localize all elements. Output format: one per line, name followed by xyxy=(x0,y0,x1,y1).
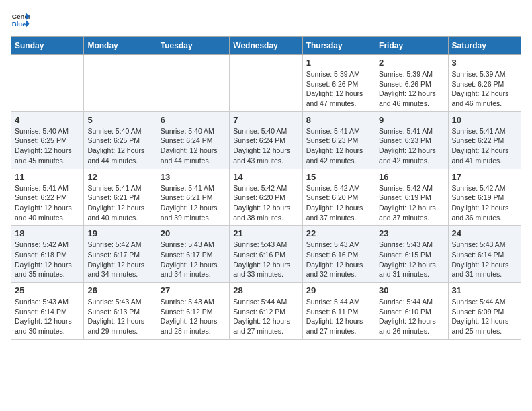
day-number: 2 xyxy=(379,58,444,68)
day-number: 23 xyxy=(379,228,444,238)
day-number: 20 xyxy=(161,228,226,238)
day-number: 9 xyxy=(379,115,444,125)
calendar-cell: 26Sunrise: 5:43 AM Sunset: 6:13 PM Dayli… xyxy=(84,283,157,340)
calendar-cell: 1Sunrise: 5:39 AM Sunset: 6:26 PM Daylig… xyxy=(302,55,375,112)
day-info: Sunrise: 5:40 AM Sunset: 6:24 PM Dayligh… xyxy=(161,126,226,166)
day-number: 29 xyxy=(306,285,371,295)
calendar-cell: 28Sunrise: 5:44 AM Sunset: 6:12 PM Dayli… xyxy=(230,283,302,340)
calendar-cell: 25Sunrise: 5:43 AM Sunset: 6:14 PM Dayli… xyxy=(11,283,84,340)
header-day-wednesday: Wednesday xyxy=(230,37,302,55)
day-info: Sunrise: 5:41 AM Sunset: 6:21 PM Dayligh… xyxy=(161,183,226,223)
calendar-cell: 27Sunrise: 5:43 AM Sunset: 6:12 PM Dayli… xyxy=(157,283,229,340)
day-number: 3 xyxy=(452,58,517,68)
calendar-cell xyxy=(84,55,157,112)
calendar-cell: 3Sunrise: 5:39 AM Sunset: 6:26 PM Daylig… xyxy=(448,55,521,112)
day-info: Sunrise: 5:42 AM Sunset: 6:19 PM Dayligh… xyxy=(452,183,517,223)
calendar-week-row: 1Sunrise: 5:39 AM Sunset: 6:26 PM Daylig… xyxy=(11,55,521,112)
day-number: 21 xyxy=(233,228,298,238)
calendar-cell: 21Sunrise: 5:43 AM Sunset: 6:16 PM Dayli… xyxy=(230,226,302,283)
day-info: Sunrise: 5:41 AM Sunset: 6:21 PM Dayligh… xyxy=(87,183,152,223)
header-day-thursday: Thursday xyxy=(302,37,375,55)
svg-text:Blue: Blue xyxy=(12,20,26,28)
calendar-cell xyxy=(11,55,84,112)
day-number: 28 xyxy=(233,285,298,295)
day-number: 12 xyxy=(87,172,152,182)
calendar-cell xyxy=(157,55,229,112)
day-number: 7 xyxy=(233,115,298,125)
day-number: 31 xyxy=(452,285,517,295)
day-number: 25 xyxy=(15,285,80,295)
calendar-cell: 6Sunrise: 5:40 AM Sunset: 6:24 PM Daylig… xyxy=(157,111,229,169)
calendar-week-row: 18Sunrise: 5:42 AM Sunset: 6:18 PM Dayli… xyxy=(11,226,521,283)
day-info: Sunrise: 5:42 AM Sunset: 6:20 PM Dayligh… xyxy=(306,183,371,223)
header-day-saturday: Saturday xyxy=(448,37,521,55)
calendar-cell: 8Sunrise: 5:41 AM Sunset: 6:23 PM Daylig… xyxy=(302,111,375,169)
header-day-friday: Friday xyxy=(375,37,448,55)
page-header: General Blue xyxy=(11,11,521,30)
day-number: 17 xyxy=(452,172,517,182)
calendar-cell: 15Sunrise: 5:42 AM Sunset: 6:20 PM Dayli… xyxy=(302,169,375,226)
day-number: 13 xyxy=(161,172,226,182)
day-number: 5 xyxy=(87,115,152,125)
header-day-monday: Monday xyxy=(84,37,157,55)
day-info: Sunrise: 5:44 AM Sunset: 6:11 PM Dayligh… xyxy=(306,297,371,336)
calendar-cell: 18Sunrise: 5:42 AM Sunset: 6:18 PM Dayli… xyxy=(11,226,84,283)
day-info: Sunrise: 5:40 AM Sunset: 6:24 PM Dayligh… xyxy=(233,126,298,166)
calendar-cell: 19Sunrise: 5:42 AM Sunset: 6:17 PM Dayli… xyxy=(84,226,157,283)
calendar-cell: 5Sunrise: 5:40 AM Sunset: 6:25 PM Daylig… xyxy=(84,111,157,169)
calendar-header-row: SundayMondayTuesdayWednesdayThursdayFrid… xyxy=(11,37,521,55)
day-number: 16 xyxy=(379,172,444,182)
calendar-cell: 30Sunrise: 5:44 AM Sunset: 6:10 PM Dayli… xyxy=(375,283,448,340)
calendar-cell: 2Sunrise: 5:39 AM Sunset: 6:26 PM Daylig… xyxy=(375,55,448,112)
day-info: Sunrise: 5:41 AM Sunset: 6:23 PM Dayligh… xyxy=(379,126,444,166)
calendar-cell: 9Sunrise: 5:41 AM Sunset: 6:23 PM Daylig… xyxy=(375,111,448,169)
logo: General Blue xyxy=(11,11,32,30)
day-number: 24 xyxy=(452,228,517,238)
header-day-sunday: Sunday xyxy=(11,37,84,55)
day-number: 4 xyxy=(15,115,80,125)
calendar-cell: 29Sunrise: 5:44 AM Sunset: 6:11 PM Dayli… xyxy=(302,283,375,340)
day-info: Sunrise: 5:42 AM Sunset: 6:17 PM Dayligh… xyxy=(87,240,152,279)
day-info: Sunrise: 5:43 AM Sunset: 6:14 PM Dayligh… xyxy=(15,297,80,336)
calendar-week-row: 25Sunrise: 5:43 AM Sunset: 6:14 PM Dayli… xyxy=(11,283,521,340)
logo-icon: General Blue xyxy=(11,11,30,30)
day-info: Sunrise: 5:43 AM Sunset: 6:16 PM Dayligh… xyxy=(306,240,371,279)
calendar-week-row: 4Sunrise: 5:40 AM Sunset: 6:25 PM Daylig… xyxy=(11,111,521,169)
day-info: Sunrise: 5:42 AM Sunset: 6:18 PM Dayligh… xyxy=(15,240,80,279)
calendar-cell: 17Sunrise: 5:42 AM Sunset: 6:19 PM Dayli… xyxy=(448,169,521,226)
calendar-cell: 24Sunrise: 5:43 AM Sunset: 6:14 PM Dayli… xyxy=(448,226,521,283)
calendar-week-row: 11Sunrise: 5:41 AM Sunset: 6:22 PM Dayli… xyxy=(11,169,521,226)
calendar-cell: 13Sunrise: 5:41 AM Sunset: 6:21 PM Dayli… xyxy=(157,169,229,226)
calendar-cell: 11Sunrise: 5:41 AM Sunset: 6:22 PM Dayli… xyxy=(11,169,84,226)
calendar-cell: 14Sunrise: 5:42 AM Sunset: 6:20 PM Dayli… xyxy=(230,169,302,226)
calendar-cell: 22Sunrise: 5:43 AM Sunset: 6:16 PM Dayli… xyxy=(302,226,375,283)
day-info: Sunrise: 5:43 AM Sunset: 6:12 PM Dayligh… xyxy=(161,297,226,336)
calendar-cell: 31Sunrise: 5:44 AM Sunset: 6:09 PM Dayli… xyxy=(448,283,521,340)
day-info: Sunrise: 5:41 AM Sunset: 6:22 PM Dayligh… xyxy=(452,126,517,166)
day-info: Sunrise: 5:39 AM Sunset: 6:26 PM Dayligh… xyxy=(306,69,371,109)
day-info: Sunrise: 5:43 AM Sunset: 6:14 PM Dayligh… xyxy=(452,240,517,279)
calendar-cell: 12Sunrise: 5:41 AM Sunset: 6:21 PM Dayli… xyxy=(84,169,157,226)
calendar-cell: 10Sunrise: 5:41 AM Sunset: 6:22 PM Dayli… xyxy=(448,111,521,169)
day-info: Sunrise: 5:44 AM Sunset: 6:12 PM Dayligh… xyxy=(233,297,298,336)
day-number: 8 xyxy=(306,115,371,125)
day-number: 26 xyxy=(87,285,152,295)
day-info: Sunrise: 5:39 AM Sunset: 6:26 PM Dayligh… xyxy=(379,69,444,109)
day-number: 19 xyxy=(87,228,152,238)
day-info: Sunrise: 5:44 AM Sunset: 6:10 PM Dayligh… xyxy=(379,297,444,336)
calendar-cell: 16Sunrise: 5:42 AM Sunset: 6:19 PM Dayli… xyxy=(375,169,448,226)
day-info: Sunrise: 5:39 AM Sunset: 6:26 PM Dayligh… xyxy=(452,69,517,109)
day-number: 15 xyxy=(306,172,371,182)
day-number: 11 xyxy=(15,172,80,182)
day-info: Sunrise: 5:40 AM Sunset: 6:25 PM Dayligh… xyxy=(15,126,80,166)
day-info: Sunrise: 5:41 AM Sunset: 6:22 PM Dayligh… xyxy=(15,183,80,223)
calendar-cell xyxy=(230,55,302,112)
day-info: Sunrise: 5:43 AM Sunset: 6:15 PM Dayligh… xyxy=(379,240,444,279)
calendar-cell: 4Sunrise: 5:40 AM Sunset: 6:25 PM Daylig… xyxy=(11,111,84,169)
day-number: 6 xyxy=(161,115,226,125)
day-info: Sunrise: 5:44 AM Sunset: 6:09 PM Dayligh… xyxy=(452,297,517,336)
day-number: 18 xyxy=(15,228,80,238)
day-info: Sunrise: 5:43 AM Sunset: 6:13 PM Dayligh… xyxy=(87,297,152,336)
day-info: Sunrise: 5:43 AM Sunset: 6:17 PM Dayligh… xyxy=(161,240,226,279)
day-number: 10 xyxy=(452,115,517,125)
